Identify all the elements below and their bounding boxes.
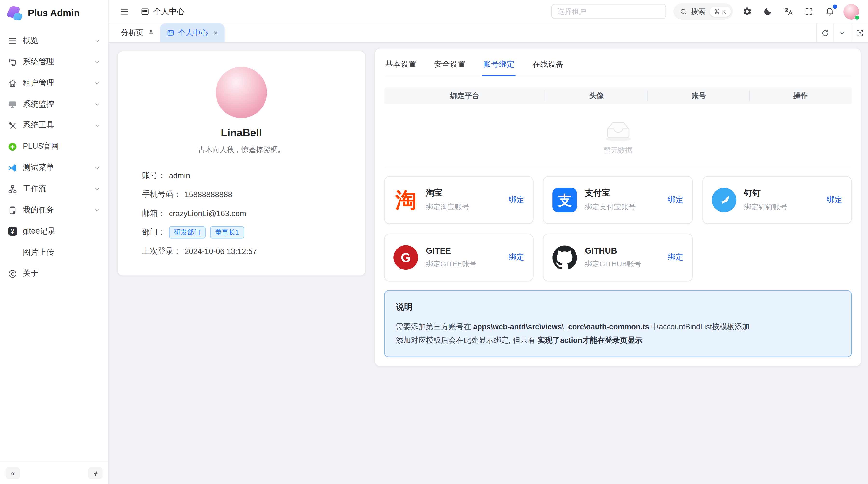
tab-basic-settings[interactable]: 基本设置 — [384, 56, 417, 76]
user-avatar[interactable] — [843, 4, 859, 19]
chevron-down-icon — [94, 122, 100, 128]
department-tag: 董事长1 — [210, 226, 244, 238]
workflow-icon — [8, 184, 17, 194]
bind-alipay-link[interactable]: 绑定 — [668, 195, 683, 205]
binding-card-taobao: 淘 淘宝 绑定淘宝账号 绑定 — [384, 176, 534, 224]
dingtalk-icon — [712, 188, 736, 212]
panel-tabs: 基本设置 安全设置 账号绑定 在线设备 — [384, 56, 852, 76]
tab-personal-center[interactable]: 个人中心 × — [160, 23, 224, 42]
column-account: 账号 — [648, 91, 750, 101]
dark-mode-toggle-button[interactable] — [761, 5, 774, 18]
plus-circle-icon — [8, 142, 17, 151]
sidebar-item-workflow[interactable]: 工作流 — [0, 179, 108, 200]
sidebar-item-system-monitor[interactable]: 系统监控 — [0, 94, 108, 115]
sidebar-item-plus-website[interactable]: PLUS官网 — [0, 136, 108, 157]
menu-lines-icon — [8, 36, 17, 45]
tenant-select-input[interactable] — [551, 4, 666, 19]
chevron-down-icon — [94, 38, 100, 44]
refresh-button[interactable] — [816, 23, 834, 42]
copyright-icon — [8, 269, 17, 279]
profile-name: LinaBell — [131, 127, 352, 139]
clipboard-icon — [8, 205, 17, 215]
sidebar-collapse-button[interactable]: « — [5, 467, 20, 479]
profile-card-icon — [166, 29, 174, 37]
tab-options-chevron-button[interactable] — [833, 23, 850, 42]
chevron-down-icon — [94, 59, 100, 65]
chevron-down-icon — [94, 80, 100, 86]
top-header: 个人中心 搜索 ⌘ K — [109, 0, 868, 23]
bind-gitee-link[interactable]: 绑定 — [508, 252, 524, 262]
field-email: 邮箱： crazyLionLi@163.com — [131, 204, 352, 223]
binding-cards-grid: 淘 淘宝 绑定淘宝账号 绑定 支 支付宝 绑定支付宝账号 绑定 — [384, 176, 852, 282]
bind-taobao-link[interactable]: 绑定 — [508, 195, 524, 205]
content-area: LinaBell 古木向人秋，惊蓬掠鬓稠。 账号： admin 手机号码： 15… — [109, 43, 868, 484]
settings-button[interactable] — [740, 5, 753, 18]
binding-card-alipay: 支 支付宝 绑定支付宝账号 绑定 — [543, 176, 693, 224]
sidebar-item-tenant-management[interactable]: 租户管理 — [0, 72, 108, 94]
profile-fields: 账号： admin 手机号码： 15888888888 邮箱： crazyLio… — [131, 166, 352, 261]
binding-table-header: 绑定平台 头像 账号 操作 — [384, 88, 852, 104]
bind-github-link[interactable]: 绑定 — [668, 252, 683, 262]
binding-card-gitee: G GITEE 绑定GITEE账号 绑定 — [384, 233, 534, 282]
taobao-icon: 淘 — [394, 188, 418, 212]
maximize-content-button[interactable] — [850, 23, 868, 42]
bind-dingtalk-link[interactable]: 绑定 — [827, 195, 842, 205]
global-search-button[interactable]: 搜索 ⌘ K — [673, 3, 733, 20]
breadcrumb: 个人中心 — [140, 6, 184, 17]
field-phone: 手机号码： 15888888888 — [131, 185, 352, 204]
notifications-button[interactable] — [823, 5, 836, 18]
field-account: 账号： admin — [131, 166, 352, 185]
chevron-down-icon — [94, 207, 100, 213]
screens-icon — [8, 57, 17, 67]
search-icon — [679, 7, 687, 15]
yen-badge-icon: ¥ — [8, 227, 17, 236]
sidebar-item-my-tasks[interactable]: 我的任务 — [0, 200, 108, 221]
close-icon[interactable]: × — [213, 28, 218, 37]
tab-bar-actions — [816, 23, 868, 42]
alipay-icon: 支 — [553, 188, 577, 212]
app-logo[interactable]: Plus Admin — [0, 0, 108, 27]
breadcrumb-label: 个人中心 — [153, 6, 184, 17]
department-tag: 研发部门 — [169, 226, 206, 238]
note-line-1: 需要添加第三方账号在 apps\web-antd\src\views\_core… — [396, 320, 840, 334]
profile-signature: 古木向人秋，惊蓬掠鬓稠。 — [131, 145, 352, 155]
tab-security-settings[interactable]: 安全设置 — [433, 56, 467, 76]
fullscreen-button[interactable] — [802, 5, 815, 18]
home-icon — [8, 78, 17, 88]
sidebar-item-gitee-record[interactable]: ¥ gitee记录 — [0, 221, 108, 242]
sidebar-item-overview[interactable]: 概览 — [0, 30, 108, 51]
main-area: 个人中心 搜索 ⌘ K 分析页 — [109, 0, 868, 484]
notification-dot — [833, 4, 837, 8]
pin-icon[interactable] — [148, 30, 154, 36]
shortcut-badge: ⌘ K — [709, 6, 731, 17]
profile-avatar — [216, 67, 267, 118]
tab-account-binding[interactable]: 账号绑定 — [482, 56, 516, 76]
sidebar-item-system-management[interactable]: 系统管理 — [0, 51, 108, 72]
sidebar-item-test-menu[interactable]: 测试菜单 — [0, 157, 108, 179]
app-window: Plus Admin 概览 系统管理 租户管理 系统监控 — [0, 0, 868, 484]
monitor-icon — [8, 100, 17, 109]
sidebar-pin-button[interactable] — [88, 467, 102, 479]
sidebar-item-image-upload[interactable]: 图片上传 — [0, 242, 108, 263]
online-status-dot — [855, 15, 860, 20]
binding-card-dingtalk: 钉钉 绑定钉钉账号 绑定 — [702, 176, 851, 224]
profile-card-icon — [140, 7, 149, 16]
empty-inbox-icon — [602, 119, 633, 142]
sidebar-footer: « — [0, 461, 108, 484]
language-button[interactable] — [781, 5, 795, 18]
hamburger-menu-button[interactable] — [118, 5, 131, 18]
app-title: Plus Admin — [28, 8, 80, 19]
sidebar-item-system-tools[interactable]: 系统工具 — [0, 115, 108, 136]
column-avatar: 头像 — [546, 91, 647, 101]
tab-online-devices[interactable]: 在线设备 — [531, 56, 565, 76]
empty-state-label: 暂无数据 — [603, 146, 632, 156]
settings-panel: 基本设置 安全设置 账号绑定 在线设备 绑定平台 头像 账号 操作 — [375, 48, 861, 366]
header-actions: 搜索 ⌘ K — [551, 3, 859, 20]
chevron-down-icon — [94, 101, 100, 107]
field-department: 部门： 研发部门 董事长1 — [131, 223, 352, 242]
chevron-down-icon — [94, 186, 100, 192]
sidebar-item-about[interactable]: 关于 — [0, 263, 108, 284]
tools-icon — [8, 121, 17, 130]
github-icon — [553, 245, 577, 270]
tab-analysis-page[interactable]: 分析页 — [116, 23, 160, 42]
